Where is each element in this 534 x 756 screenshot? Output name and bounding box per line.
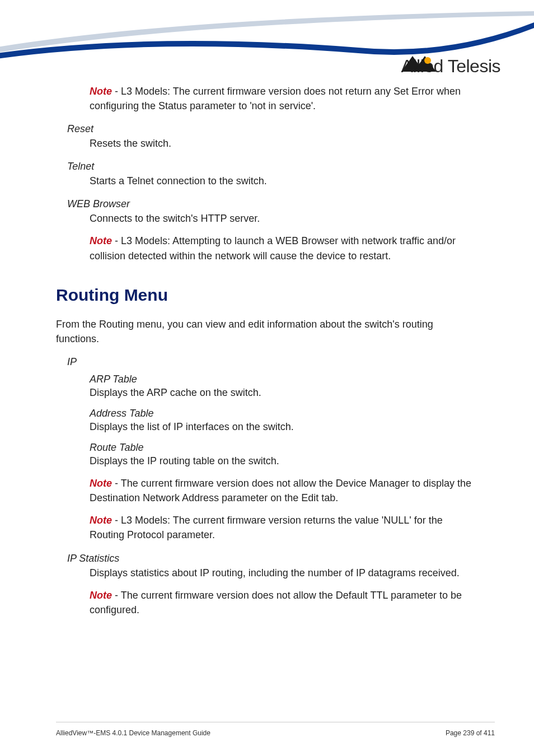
note-label: Note [90, 515, 112, 526]
body-telnet: Starts a Telnet connection to the switch… [90, 174, 478, 188]
svg-point-2 [424, 57, 431, 64]
note-label: Note [90, 86, 112, 97]
page-header: Allied Telesis [0, 0, 534, 84]
note-text: - The current firmware version does not … [90, 590, 462, 615]
subterm-arp: ARP Table [90, 374, 478, 385]
term-telnet: Telnet [67, 161, 478, 172]
footer-right: Page 239 of 411 [446, 729, 495, 737]
note-text: - L3 Models: Attempting to launch a WEB … [90, 235, 456, 261]
term-reset: Reset [67, 123, 478, 135]
term-web: WEB Browser [67, 198, 478, 210]
section-heading: Routing Menu [56, 286, 478, 305]
brand-mark-icon [401, 56, 436, 72]
note-label: Note [90, 478, 112, 489]
top-note: Note - L3 Models: The current firmware v… [90, 84, 478, 113]
term-ip: IP [67, 356, 478, 368]
subbody-addr: Displays the list of IP interfaces on th… [90, 419, 478, 434]
body-web: Connects to the switch's HTTP server. [90, 211, 478, 226]
section-intro: From the Routing menu, you can view and … [56, 317, 478, 346]
note-ipstats: Note - The current firmware version does… [90, 588, 478, 617]
note-web: Note - L3 Models: Attempting to launch a… [90, 234, 478, 263]
subterm-route: Route Table [90, 442, 478, 454]
subbody-route: Displays the IP routing table on the swi… [90, 454, 478, 468]
page-footer: AlliedView™-EMS 4.0.1 Device Management … [56, 729, 495, 737]
body-ipstats: Displays statistics about IP routing, in… [90, 566, 478, 580]
note-label: Note [90, 235, 112, 246]
subbody-arp: Displays the ARP cache on the switch. [90, 385, 478, 400]
note-ip-2: Note - L3 Models: The current firmware v… [90, 513, 478, 542]
brand-logo: Allied Telesis [401, 56, 500, 77]
note-text: - L3 Models: The current firmware versio… [90, 515, 443, 540]
note-text: - L3 Models: The current firmware versio… [90, 86, 461, 111]
footer-rule [56, 722, 495, 722]
note-text: - The current firmware version does not … [90, 478, 471, 503]
note-label: Note [90, 590, 112, 601]
body-reset: Resets the switch. [90, 136, 478, 151]
note-ip-1: Note - The current firmware version does… [90, 476, 478, 505]
subterm-addr: Address Table [90, 408, 478, 419]
footer-left: AlliedView™-EMS 4.0.1 Device Management … [56, 729, 210, 737]
term-ipstats: IP Statistics [67, 553, 478, 564]
